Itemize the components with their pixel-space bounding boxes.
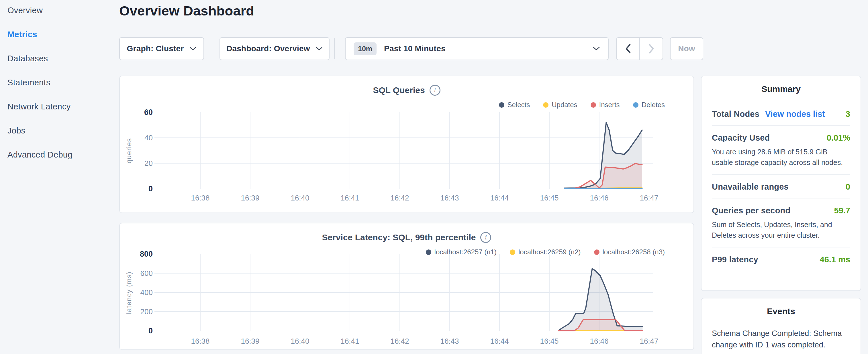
chevron-down-icon	[593, 46, 600, 51]
sidebar: Overview Metrics Databases Statements Ne…	[7, 6, 111, 174]
svg-text:16:38: 16:38	[191, 337, 210, 345]
service-latency-chart-card: Service Latency: SQL, 99th percentile i …	[119, 223, 694, 350]
service-latency-chart-plot[interactable]: 16:3816:3916:4016:4116:4216:4316:4416:45…	[120, 223, 694, 351]
svg-text:400: 400	[141, 288, 153, 297]
svg-text:40: 40	[145, 133, 153, 142]
sql-queries-chart-plot[interactable]: 16:3816:3916:4016:4116:4216:4316:4416:45…	[120, 76, 694, 214]
svg-text:16:44: 16:44	[490, 337, 509, 345]
svg-text:16:47: 16:47	[640, 337, 658, 345]
previous-range-button[interactable]	[617, 38, 640, 60]
summary-row-capacity-used: Capacity Used 0.01% You are using 28.6 M…	[712, 126, 850, 175]
chevron-down-icon	[316, 47, 323, 51]
event-item-text[interactable]: Schema Change Completed: Schema change w…	[712, 328, 850, 351]
svg-text:16:40: 16:40	[290, 194, 309, 202]
graph-scope-label: Graph: Cluster	[127, 44, 184, 53]
summary-row-total-nodes: Total Nodes View nodes list 3	[712, 102, 850, 126]
unavailable-ranges-label: Unavailable ranges	[712, 182, 788, 192]
event-item-timestamp: May 13, 2020 at 4:45 PM	[712, 353, 850, 354]
summary-title: Summary	[712, 84, 850, 94]
total-nodes-label: Total Nodes	[712, 109, 760, 119]
sidebar-item-jobs[interactable]: Jobs	[7, 126, 111, 135]
time-window-dropdown[interactable]: 10m Past 10 Minutes	[345, 37, 609, 60]
svg-text:0: 0	[149, 185, 153, 193]
summary-panel: Summary Total Nodes View nodes list 3 Ca…	[701, 75, 861, 291]
svg-text:queries: queries	[125, 138, 133, 163]
sidebar-item-overview[interactable]: Overview	[7, 6, 111, 15]
chevron-left-icon	[625, 43, 631, 54]
dashboard-dropdown[interactable]: Dashboard: Overview	[219, 37, 330, 60]
total-nodes-value: 3	[846, 109, 850, 119]
svg-text:16:41: 16:41	[340, 337, 359, 345]
svg-text:600: 600	[141, 269, 153, 278]
svg-text:16:47: 16:47	[640, 194, 658, 202]
p99-latency-value: 46.1 ms	[820, 255, 850, 264]
svg-text:16:40: 16:40	[290, 337, 309, 345]
summary-row-unavailable-ranges: Unavailable ranges 0	[712, 175, 850, 198]
time-window-badge: 10m	[353, 42, 376, 55]
svg-text:16:44: 16:44	[490, 194, 509, 202]
svg-text:16:42: 16:42	[390, 194, 409, 202]
svg-text:16:41: 16:41	[340, 194, 359, 202]
svg-text:200: 200	[141, 307, 153, 316]
chevron-down-icon	[189, 47, 196, 51]
now-button-label: Now	[678, 44, 695, 53]
page-title: Overview Dashboard	[119, 3, 254, 19]
queries-per-second-description: Sum of Selects, Updates, Inserts, and De…	[712, 219, 850, 240]
queries-per-second-label: Queries per second	[712, 206, 790, 215]
p99-latency-label: P99 latency	[712, 255, 758, 264]
sidebar-item-network-latency[interactable]: Network Latency	[7, 102, 111, 111]
time-window-label: Past 10 Minutes	[384, 44, 445, 53]
controls-divider	[334, 38, 335, 59]
capacity-used-label: Capacity Used	[712, 133, 770, 142]
svg-text:16:38: 16:38	[191, 194, 210, 202]
unavailable-ranges-value: 0	[846, 182, 850, 192]
svg-text:16:39: 16:39	[241, 194, 259, 202]
svg-text:16:45: 16:45	[540, 337, 559, 345]
svg-text:latency (ms): latency (ms)	[125, 271, 133, 314]
sidebar-item-statements[interactable]: Statements	[7, 78, 111, 87]
capacity-used-description: You are using 28.6 MiB of 515.9 GiB usab…	[712, 147, 850, 168]
sidebar-item-metrics[interactable]: Metrics	[7, 30, 111, 39]
svg-text:20: 20	[145, 159, 153, 167]
svg-text:16:43: 16:43	[440, 194, 459, 202]
queries-per-second-value: 59.7	[834, 206, 850, 215]
events-title: Events	[712, 307, 850, 316]
svg-text:60: 60	[144, 108, 153, 117]
svg-text:800: 800	[140, 250, 153, 258]
view-nodes-list-link[interactable]: View nodes list	[765, 109, 825, 119]
summary-row-queries-per-second: Queries per second 59.7 Sum of Selects, …	[712, 198, 850, 248]
now-button[interactable]: Now	[670, 37, 703, 60]
summary-row-p99-latency: P99 latency 46.1 ms	[712, 248, 850, 271]
svg-text:16:46: 16:46	[590, 194, 608, 202]
svg-text:16:39: 16:39	[241, 337, 259, 345]
svg-text:16:43: 16:43	[440, 337, 459, 345]
svg-text:16:45: 16:45	[540, 194, 559, 202]
next-range-button[interactable]	[640, 38, 662, 60]
capacity-used-value: 0.01%	[827, 133, 850, 142]
sidebar-item-databases[interactable]: Databases	[7, 54, 111, 63]
sidebar-item-advanced-debug[interactable]: Advanced Debug	[7, 150, 111, 159]
svg-text:0: 0	[149, 326, 153, 335]
graph-scope-dropdown[interactable]: Graph: Cluster	[119, 37, 204, 60]
events-panel: Events Schema Change Completed: Schema c…	[701, 298, 861, 354]
svg-text:16:46: 16:46	[590, 337, 608, 345]
svg-text:16:42: 16:42	[390, 337, 409, 345]
dashboard-label: Dashboard: Overview	[226, 44, 310, 53]
time-pager	[616, 37, 663, 60]
chevron-right-icon	[648, 43, 654, 54]
sql-queries-chart-card: SQL Queries i SelectsUpdatesInsertsDelet…	[119, 75, 694, 213]
